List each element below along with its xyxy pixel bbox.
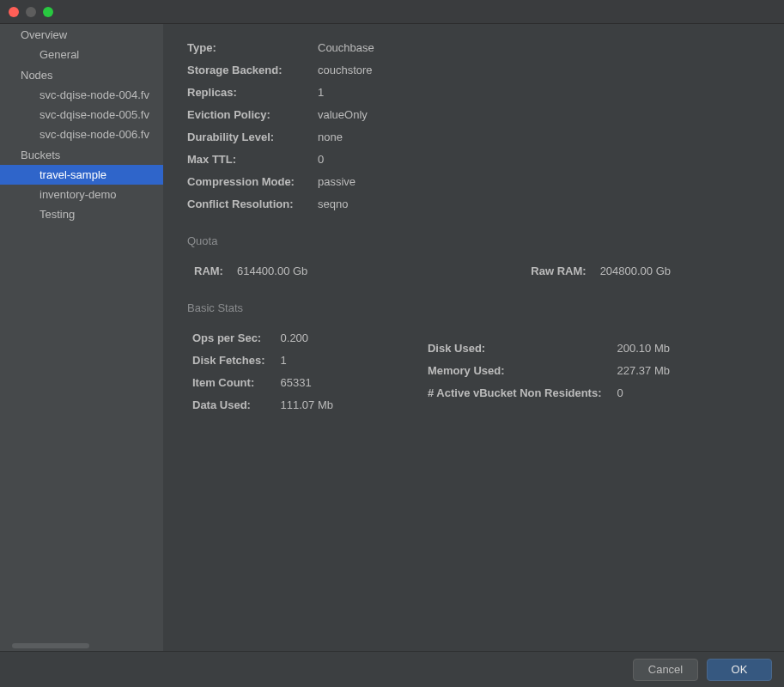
conflict-resolution-value: seqno: [318, 198, 760, 210]
quota-ram-value: 614400.00 Gb: [237, 264, 307, 277]
stats-section-title: Basic Stats: [187, 301, 760, 314]
disk-fetches-value: 1: [281, 354, 333, 367]
active-vbucket-value: 0: [617, 386, 670, 399]
sidebar-item-general[interactable]: General: [0, 45, 163, 64]
sidebar-item-node-004[interactable]: svc-dqise-node-004.fv: [0, 85, 163, 105]
data-used-value: 111.07 Mb: [281, 398, 333, 411]
window-close-button[interactable]: [9, 7, 19, 17]
type-value: Couchbase: [318, 41, 760, 54]
quota-section-title: Quota: [187, 234, 760, 247]
max-ttl-value: 0: [318, 153, 760, 166]
memory-used-value: 227.37 Mb: [617, 364, 670, 377]
active-vbucket-label: # Active vBucket Non Residents:: [428, 386, 602, 399]
sidebar-item-travel-sample[interactable]: travel-sample: [0, 165, 163, 185]
cancel-button[interactable]: Cancel: [633, 659, 698, 681]
quota-raw-ram: Raw RAM: 204800.00 Gb: [531, 264, 671, 277]
eviction-policy-label: Eviction Policy:: [187, 108, 318, 121]
sidebar-item-node-006[interactable]: svc-dqise-node-006.fv: [0, 125, 163, 144]
durability-level-value: none: [318, 131, 760, 143]
sidebar-item-testing[interactable]: Testing: [0, 204, 163, 224]
sidebar-horizontal-scrollbar[interactable]: [0, 641, 163, 651]
sidebar: Overview General Nodes svc-dqise-node-00…: [0, 24, 163, 651]
stats-left-column: Ops per Sec: 0.200 Disk Fetches: 1 Item …: [192, 331, 333, 411]
replicas-label: Replicas:: [187, 86, 318, 99]
quota-ram: RAM: 614400.00 Gb: [194, 264, 307, 277]
dialog-window: Overview General Nodes svc-dqise-node-00…: [0, 0, 784, 687]
sidebar-scroll: Overview General Nodes svc-dqise-node-00…: [0, 24, 163, 641]
compression-mode-label: Compression Mode:: [187, 175, 318, 188]
eviction-policy-value: valueOnly: [318, 108, 760, 121]
titlebar: [0, 0, 784, 24]
stats-row: Ops per Sec: 0.200 Disk Fetches: 1 Item …: [187, 331, 760, 411]
memory-used-label: Memory Used:: [428, 364, 602, 377]
storage-backend-value: couchstore: [318, 64, 760, 76]
data-used-label: Data Used:: [192, 398, 265, 411]
sidebar-horizontal-scrollbar-thumb[interactable]: [12, 643, 89, 648]
replicas-value: 1: [318, 86, 760, 99]
disk-fetches-label: Disk Fetches:: [192, 354, 265, 367]
stats-right-wrap: Disk Used: 200.10 Mb Memory Used: 227.37…: [428, 331, 670, 411]
main-panel: Type: Couchbase Storage Backend: couchst…: [163, 24, 784, 651]
disk-used-label: Disk Used:: [428, 342, 602, 355]
window-zoom-button[interactable]: [43, 7, 53, 17]
dialog-footer: Cancel OK: [0, 651, 784, 687]
storage-backend-label: Storage Backend:: [187, 64, 318, 76]
quota-raw-ram-value: 204800.00 Gb: [600, 264, 671, 277]
compression-mode-value: passive: [318, 175, 760, 188]
sidebar-item-node-005[interactable]: svc-dqise-node-005.fv: [0, 105, 163, 125]
sidebar-item-overview[interactable]: Overview: [0, 24, 163, 45]
type-label: Type:: [187, 41, 318, 54]
quota-ram-label: RAM:: [194, 264, 223, 277]
properties-grid: Type: Couchbase Storage Backend: couchst…: [187, 41, 760, 210]
disk-used-value: 200.10 Mb: [617, 342, 670, 355]
item-count-value: 65331: [281, 376, 333, 389]
sidebar-item-buckets[interactable]: Buckets: [0, 144, 163, 165]
content-area: Overview General Nodes svc-dqise-node-00…: [0, 24, 784, 651]
durability-level-label: Durability Level:: [187, 131, 318, 143]
ops-per-sec-value: 0.200: [281, 331, 333, 344]
conflict-resolution-label: Conflict Resolution:: [187, 198, 318, 210]
ok-button[interactable]: OK: [707, 659, 772, 681]
quota-raw-ram-label: Raw RAM:: [531, 264, 586, 277]
stats-right-column: Disk Used: 200.10 Mb Memory Used: 227.37…: [428, 342, 670, 399]
quota-row: RAM: 614400.00 Gb Raw RAM: 204800.00 Gb: [187, 264, 760, 277]
sidebar-item-inventory-demo[interactable]: inventory-demo: [0, 185, 163, 204]
max-ttl-label: Max TTL:: [187, 153, 318, 166]
ops-per-sec-label: Ops per Sec:: [192, 331, 265, 344]
item-count-label: Item Count:: [192, 376, 265, 389]
sidebar-item-nodes[interactable]: Nodes: [0, 64, 163, 85]
window-minimize-button[interactable]: [26, 7, 36, 17]
